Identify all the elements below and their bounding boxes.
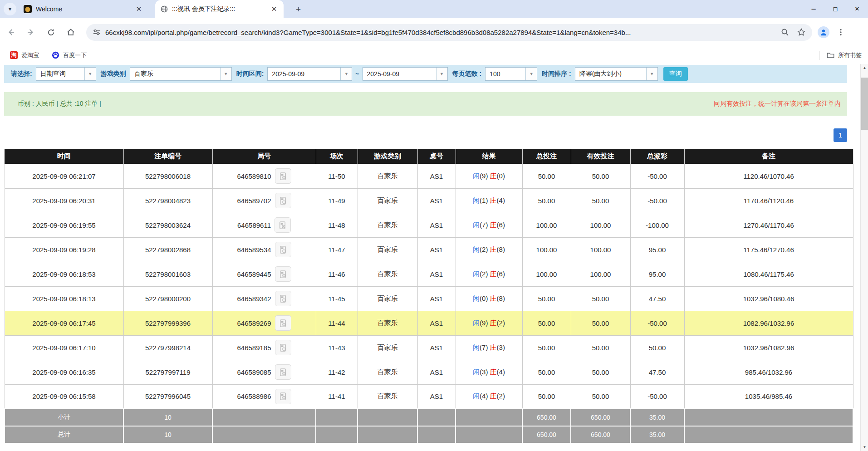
game-type-select[interactable]: 百家乐 ▼: [130, 67, 232, 81]
scroll-up-icon[interactable]: ▲: [861, 64, 868, 72]
cell-round-id: 646589445: [212, 262, 316, 286]
scrollbar-thumb[interactable]: [861, 78, 868, 130]
cell-total-bet[interactable]: 50.00: [522, 188, 571, 213]
video-replay-button[interactable]: [275, 217, 291, 233]
video-replay-button[interactable]: [275, 364, 291, 380]
filter-bar: 请选择: 日期查询 ▼ 游戏类别 百家乐 ▼ 时间区间: 2025-09-09 …: [4, 65, 847, 83]
cell-time: 2025-09-09 06:16:35: [5, 360, 123, 384]
tab-close-icon[interactable]: ✕: [135, 5, 143, 13]
scroll-down-icon[interactable]: ▼: [861, 443, 868, 451]
cell-total-bet[interactable]: 50.00: [522, 164, 571, 188]
cell-time: 2025-09-09 06:21:07: [5, 164, 123, 188]
summary-valid-bet: 650.00: [571, 426, 630, 443]
video-file-icon: [279, 196, 287, 205]
cell-valid-bet: 50.00: [571, 164, 630, 188]
cell-total-bet[interactable]: 100.00: [522, 237, 571, 262]
tab-close-icon[interactable]: ✕: [270, 5, 278, 13]
cell-bet-id: 522798004823: [123, 188, 212, 213]
video-replay-button[interactable]: [275, 340, 291, 355]
cell-total-bet[interactable]: 100.00: [522, 262, 571, 286]
cell-result: 闲(9) 庄(0): [456, 164, 522, 188]
date-from-select[interactable]: 2025-09-09 ▼: [267, 67, 352, 81]
sort-order-select[interactable]: 降幂(由大到小) ▼: [575, 67, 658, 81]
video-replay-button[interactable]: [275, 168, 291, 184]
banker-label: 庄: [490, 319, 497, 327]
bet-records-table: 时间注单编号局号场次游戏类别桌号结果总投注有效投注总派彩备注 2025-09-0…: [4, 149, 853, 444]
cell-table-no: AS1: [417, 360, 456, 384]
tab-betrecord[interactable]: :::视讯 会员下注纪录::: ✕: [155, 0, 284, 18]
tab-search-chevron-icon[interactable]: ▾: [4, 3, 16, 15]
column-header: 游戏类别: [358, 149, 417, 164]
reload-button[interactable]: [42, 23, 60, 41]
banker-label: 庄: [490, 343, 497, 351]
all-bookmarks-label: 所有书签: [838, 51, 862, 59]
column-header: 局号: [212, 149, 316, 164]
new-tab-button[interactable]: +: [292, 3, 304, 15]
address-bar[interactable]: 66cxkj98.com/ipl/portal.php/game/betreco…: [86, 24, 812, 41]
cell-remark: 1032.96/1082.96: [684, 335, 853, 360]
cell-total-bet[interactable]: 50.00: [522, 384, 571, 409]
video-replay-button[interactable]: [275, 389, 291, 404]
cell-valid-bet: 50.00: [571, 335, 630, 360]
window-minimize-button[interactable]: ─: [803, 0, 824, 18]
window-maximize-button[interactable]: ◻: [824, 0, 846, 18]
menu-kebab-icon[interactable]: [837, 28, 845, 36]
cell-total-bet[interactable]: 50.00: [522, 335, 571, 360]
cell-valid-bet: 50.00: [571, 188, 630, 213]
video-replay-button[interactable]: [275, 242, 291, 257]
table-row: 2025-09-09 06:18:53522798001603646589445…: [5, 262, 853, 286]
summary-bar: 币别 : 人民币 | 总共 :10 注单 | 同局有效投注，统一计算在该局第一张…: [4, 92, 847, 116]
header-row: 时间注单编号局号场次游戏类别桌号结果总投注有效投注总派彩备注: [5, 149, 853, 164]
tab-welcome[interactable]: Welcome ✕: [18, 0, 148, 18]
page-size-select[interactable]: 100 ▼: [485, 67, 537, 81]
cell-total-bet[interactable]: 50.00: [522, 286, 571, 311]
column-header: 桌号: [417, 149, 456, 164]
cell-valid-bet: 50.00: [571, 360, 630, 384]
cell-total-bet[interactable]: 100.00: [522, 213, 571, 237]
bookmark-label: 百度一下: [63, 51, 87, 59]
cell-bet-id: 522798002868: [123, 237, 212, 262]
bookmark-taobao[interactable]: 淘 爱淘宝: [7, 49, 42, 61]
summary-empty-cell: [316, 426, 358, 443]
table-row: 2025-09-09 06:17:10522797998214646589185…: [5, 335, 853, 360]
video-replay-button[interactable]: [275, 291, 291, 306]
cell-time: 2025-09-09 06:17:45: [5, 311, 123, 335]
reload-icon: [47, 28, 55, 37]
back-button[interactable]: [2, 23, 20, 41]
pagination-page-1[interactable]: 1: [834, 128, 847, 142]
round-number: 646589342: [237, 295, 271, 303]
cell-table-no: AS1: [417, 384, 456, 409]
banker-points: (8): [497, 294, 505, 302]
cell-table-no: AS1: [417, 262, 456, 286]
cell-round-id: 646589269: [212, 311, 316, 335]
video-replay-button[interactable]: [275, 315, 291, 331]
profile-avatar[interactable]: [818, 26, 829, 38]
column-header: 场次: [316, 149, 358, 164]
cell-total-bet[interactable]: 50.00: [522, 360, 571, 384]
cell-bet-id: 522797999396: [123, 311, 212, 335]
home-button[interactable]: [62, 23, 80, 41]
search-button[interactable]: 查询: [663, 67, 688, 81]
cell-total-bet[interactable]: 50.00: [522, 311, 571, 335]
vertical-scrollbar[interactable]: ▲ ▼: [860, 64, 868, 451]
select-type-label: 请选择:: [11, 70, 32, 78]
lens-search-icon[interactable]: [780, 28, 790, 37]
player-points: (9): [480, 319, 488, 327]
player-label: 闲: [473, 196, 480, 204]
cell-payout: 95.00: [630, 262, 684, 286]
bookmark-star-icon[interactable]: [797, 28, 806, 37]
bookmark-baidu[interactable]: 百度一下: [49, 49, 89, 61]
column-header: 结果: [456, 149, 522, 164]
date-to-select[interactable]: 2025-09-09 ▼: [363, 67, 448, 81]
all-bookmarks[interactable]: 所有书签: [819, 51, 862, 60]
player-label: 闲: [473, 294, 480, 302]
cell-remark: 985.46/1032.96: [684, 360, 853, 384]
cell-session: 11-47: [316, 237, 358, 262]
forward-button[interactable]: [22, 23, 40, 41]
video-replay-button[interactable]: [275, 266, 291, 282]
video-replay-button[interactable]: [275, 193, 291, 208]
window-close-button[interactable]: ✕: [846, 0, 868, 18]
query-type-select[interactable]: 日期查询 ▼: [36, 67, 96, 81]
cell-round-id: 646589534: [212, 237, 316, 262]
table-head: 时间注单编号局号场次游戏类别桌号结果总投注有效投注总派彩备注: [5, 149, 853, 164]
